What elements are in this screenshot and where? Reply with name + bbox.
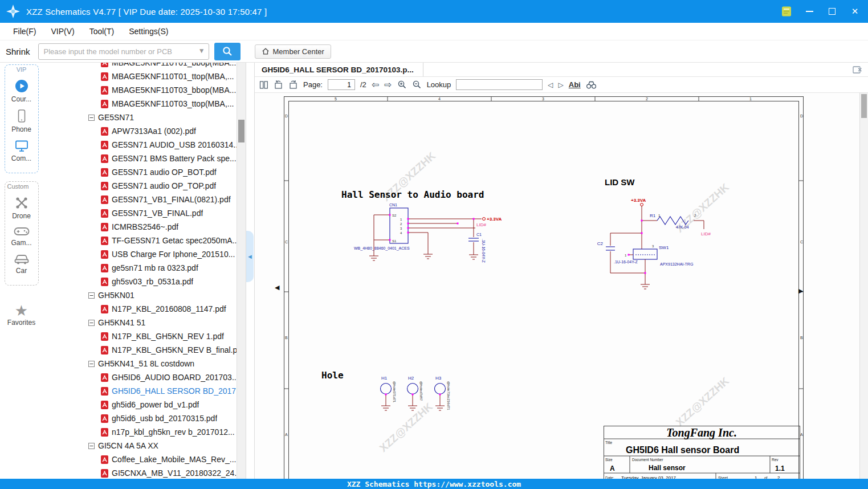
- tree-item[interactable]: GE5SN71 AUDIO_USB 20160314...: [43, 138, 237, 152]
- tree-item[interactable]: GH5KN01: [43, 288, 237, 302]
- svg-text:47K-04: 47K-04: [676, 225, 689, 229]
- search-button[interactable]: [214, 43, 241, 60]
- svg-text:H2: H2: [408, 376, 414, 381]
- tree-scrollbar-thumb[interactable]: [238, 120, 244, 142]
- document-tab[interactable]: GH5ID6_HALL SERSOR BD_20170103.p...: [255, 63, 423, 76]
- member-center-button[interactable]: Member Center: [255, 44, 331, 59]
- model-search-input[interactable]: [38, 43, 209, 60]
- tree-item[interactable]: gh5sv03_rb_0531a.pdf: [43, 275, 237, 288]
- pdf-scrollbar[interactable]: [859, 93, 868, 479]
- collapse-icon[interactable]: [88, 115, 95, 121]
- svg-text:@hole071d71: @hole071d71: [393, 381, 396, 403]
- tree-item[interactable]: ICMRBS2546~.pdf: [43, 220, 237, 234]
- pdf-file-icon: [101, 168, 108, 177]
- page-number-input[interactable]: [328, 79, 355, 90]
- shrink-button[interactable]: Shrink: [6, 47, 30, 56]
- star-icon: ★: [15, 304, 28, 317]
- tree-item[interactable]: TF-GE5SN71 Getac spec2050mA...: [43, 234, 237, 247]
- zone-letter: A: [800, 433, 803, 437]
- tree-item[interactable]: gh5id6_usb bd_20170315.pdf: [43, 411, 237, 425]
- search-toolbar: Shrink ▼ Member Center: [0, 40, 868, 63]
- tree-item[interactable]: gh5id6_power bd_v1.pdf: [43, 398, 237, 411]
- collapse-icon[interactable]: [88, 443, 95, 449]
- menu-file[interactable]: File(F): [6, 25, 43, 38]
- tree-item[interactable]: GE5SN71: [43, 111, 237, 124]
- tree-item[interactable]: N17P_KBL_GH5KN_REV B_final.p...: [43, 343, 237, 357]
- page-back-marker[interactable]: ◀: [275, 284, 279, 291]
- page-label: Page:: [303, 80, 323, 89]
- zone-number: 4: [438, 97, 441, 101]
- nav-item-computer[interactable]: Com...: [5, 139, 38, 162]
- facing-pages-icon[interactable]: [259, 80, 268, 89]
- zone-number: 3: [542, 97, 544, 101]
- zoom-out-icon[interactable]: [412, 80, 422, 89]
- tree-item[interactable]: GH5KN41_51 8L costdown: [43, 357, 237, 370]
- tree-item-label: MBAGE5KNF110T01_ttop(MBA,...: [112, 72, 234, 81]
- sidebar-collapse-handle[interactable]: ◄: [246, 231, 254, 282]
- tree-item[interactable]: MBAGE5KNF110T01_bbop(MBA...: [43, 63, 237, 70]
- nav-item-game[interactable]: Gam...: [5, 226, 38, 247]
- collapse-icon[interactable]: [88, 320, 95, 326]
- tree-item[interactable]: GE5SN71 audio OP_BOT.pdf: [43, 165, 237, 179]
- tree-item[interactable]: GI5CNXA_MB_V11_20180322_24...: [43, 466, 237, 479]
- nav-item-drone[interactable]: Drone: [5, 195, 38, 220]
- close-document-button[interactable]: [853, 66, 862, 74]
- maximize-button[interactable]: [825, 4, 840, 19]
- nav-item-favorites[interactable]: ★ Favorites: [7, 304, 35, 327]
- menu-tool[interactable]: Tool(T): [82, 25, 122, 38]
- svg-text:Size: Size: [605, 458, 613, 462]
- tree-item[interactable]: GE5SN71_VB_FINAL.pdf: [43, 206, 237, 220]
- tree-item[interactable]: USB Charge For Iphone_201510...: [43, 247, 237, 261]
- tree-item[interactable]: GH5ID6_AUDIO BOARD_201703...: [43, 370, 237, 384]
- rotate-left-icon[interactable]: [274, 80, 283, 89]
- svg-text:@hole71bc216d71: @hole71bc216d71: [447, 381, 450, 410]
- collapse-icon[interactable]: [88, 292, 95, 299]
- tree-item[interactable]: GE5SN71_VB1_FINAL(0821).pdf: [43, 193, 237, 206]
- nav-item-phone[interactable]: Phone: [5, 109, 38, 133]
- tree-item[interactable]: GH5KN41 51: [43, 316, 237, 329]
- page-forward-marker[interactable]: ▶: [798, 288, 803, 294]
- close-button[interactable]: ✕: [847, 4, 862, 19]
- collapse-icon[interactable]: [88, 361, 95, 367]
- pdf-viewport[interactable]: 5 4 3 2 1 D C B A D C B A XZZ@XZZHK XZZ@…: [255, 93, 868, 479]
- tree-item[interactable]: N17P_KBL_GH5KN_REV 1.pdf: [43, 329, 237, 343]
- match-case-toggle[interactable]: Abi: [569, 80, 581, 89]
- file-tree: MBAGE5KNF110T01_bbop(MBA... MBAGE5KNF110…: [43, 63, 237, 479]
- tree-item[interactable]: N17P_KBL_20160808_1147.pdf: [43, 302, 237, 316]
- tree-item[interactable]: GE5SN71 audio OP_TOP.pdf: [43, 179, 237, 193]
- tree-item[interactable]: GI5CN 4A 5A XX: [43, 439, 237, 453]
- rotate-right-icon[interactable]: [288, 80, 298, 89]
- lookup-input[interactable]: [456, 79, 543, 90]
- previous-page-button[interactable]: ⇦: [372, 80, 379, 89]
- watermark: XZZ@XZZHK: [674, 374, 732, 429]
- next-page-button[interactable]: ⇨: [384, 80, 392, 89]
- tree-item[interactable]: GE5SN71 BMS Battery Pack spe...: [43, 152, 237, 165]
- svg-text:APX9132HAI-TRG: APX9132HAI-TRG: [660, 262, 693, 266]
- tree-item[interactable]: MBAGE5KNF110T03_bbop(MBA...: [43, 83, 237, 97]
- binoculars-icon[interactable]: [586, 80, 597, 89]
- tree-item[interactable]: APW7313Aa1 (002).pdf: [43, 124, 237, 138]
- menubar: File(F) VIP(V) Tool(T) Settings(S): [0, 23, 868, 40]
- zoom-in-icon[interactable]: [397, 80, 407, 89]
- chevron-down-icon[interactable]: ▼: [198, 47, 205, 55]
- tree-item[interactable]: MBAGE5KNF110T03_ttop(MBA,...: [43, 97, 237, 111]
- pdf-scrollbar-thumb[interactable]: [861, 94, 867, 118]
- svg-text:C1: C1: [476, 233, 482, 237]
- tree-item[interactable]: GH5ID6_HALL SERSOR BD_2017...: [43, 384, 237, 398]
- menu-vip[interactable]: VIP(V): [43, 25, 81, 38]
- minimize-button[interactable]: [802, 4, 817, 19]
- document-number: Hall sensor: [649, 464, 686, 472]
- nav-item-course[interactable]: Cour...: [5, 79, 38, 103]
- vip-card-icon[interactable]: [779, 4, 794, 19]
- tree-item[interactable]: n17p_kbl_gh5kn_rev b_2017012...: [43, 425, 237, 439]
- custom-group-label: Custom: [5, 183, 38, 190]
- tree-item[interactable]: ge5sn71 mb ra 0323.pdf: [43, 261, 237, 275]
- find-previous-button[interactable]: ◁: [548, 82, 553, 88]
- tree-item[interactable]: MBAGE5KNF110T01_ttop(MBA,...: [43, 70, 237, 83]
- find-next-button[interactable]: ▷: [559, 82, 564, 88]
- nav-item-car[interactable]: Car: [5, 252, 38, 275]
- tree-scrollbar[interactable]: [237, 63, 246, 479]
- pdf-file-icon: [101, 414, 108, 423]
- menu-settings[interactable]: Settings(S): [121, 25, 176, 38]
- tree-item[interactable]: Coffee_Lake_Mobile_MAS_Rev_...: [43, 453, 237, 466]
